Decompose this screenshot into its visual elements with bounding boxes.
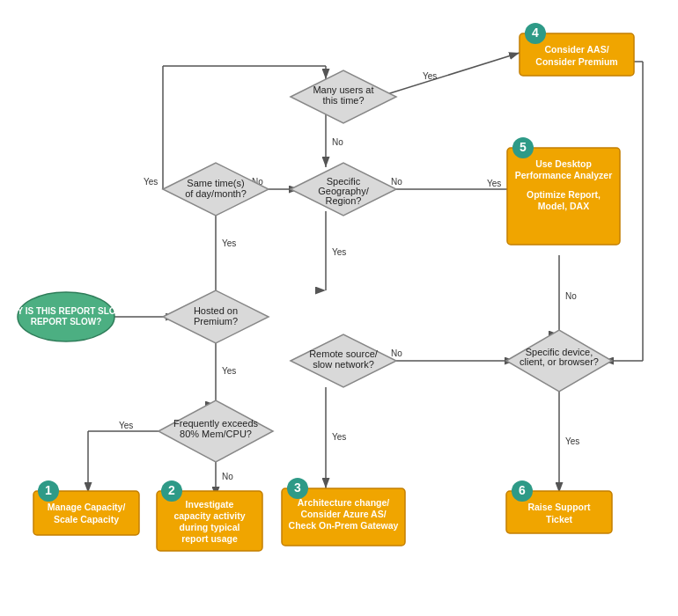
label-d4-no: No [332,137,343,147]
label-o5-no: No [565,291,577,301]
outcome-1-text: Manage Capacity/ [48,502,126,512]
outcome-6-text2: Ticket [546,514,573,524]
outcome-3-text2: Consider Azure AS/ [300,509,386,519]
outcome-2-text: Investigate [186,499,234,510]
outcome-3-text: Architecture change/ [298,497,390,508]
outcome-5-text2: Performance Analyzer [515,170,613,180]
badge-6-label: 6 [519,483,526,497]
outcome-4-text2: Consider Premium [535,56,617,67]
outcome-2-text2: capacity activity [173,510,245,521]
diamond-remote-text2: slow network? [313,359,374,370]
outcome-5-text4: Model, DAX [538,201,589,211]
badge-3-label: 3 [294,480,301,495]
diamond-hosted-premium-text2: Premium? [194,316,238,326]
label-d4-yes: Yes [423,71,437,81]
flowchart-svg: Yes Yes Yes No Yes No No No Yes Yes No Y… [0,0,678,616]
start-label2: REPORT SLOW? [31,317,102,326]
badge-5-label: 5 [520,140,527,154]
diamond-hosted-premium-text: Hosted on [194,305,238,316]
label-d3-yes: Yes [119,421,133,430]
diamond-mem-cpu-text: Frequently exceeds [173,418,258,429]
label-d5-yes: Yes [332,247,346,257]
label-d2-yes2: Yes [222,366,236,376]
diamond-many-users-text: Many users at [313,84,373,95]
label-d2-yes: Yes [222,238,236,248]
outcome-4-text: Consider AAS/ [544,44,608,55]
svg-line-10 [379,53,520,97]
diamond-same-time-text: Same time(s) [187,178,244,188]
outcome-5-text3: Optimize Report, [527,189,601,200]
outcome-1-text2: Scale Capacity [54,514,119,524]
outcome-2-text4: report usage [181,533,238,544]
start-label: WHY IS THIS REPORT SLOW? [3,306,129,316]
badge-2-label: 2 [168,483,175,497]
diamond-geo-text3: Region? [326,195,362,206]
outcome-6-text: Raise Support [527,502,591,512]
diamond-many-users-text2: this time? [322,95,364,106]
diamond-same-time-text2: of day/month? [185,188,247,199]
diamond-remote-text: Remote source/ [309,348,379,359]
label-d3-no: No [222,472,233,481]
diamond-device-text2: client, or browser? [520,356,599,367]
badge-4-label: 4 [532,26,539,40]
label-d5-no: No [391,177,402,187]
label-top-yes: Yes [487,179,501,188]
outcome-5-text: Use Desktop [535,158,592,169]
outcome-2-text3: during typical [180,522,240,532]
label-d6-yes: Yes [332,432,346,442]
badge-1-label: 1 [45,483,52,497]
outcome-3-text3: Check On-Prem Gateway [289,520,399,531]
label-d6-no: No [391,348,402,358]
label-d1-yes: Yes [144,177,158,187]
diamond-mem-cpu-text2: 80% Mem/CPU? [180,429,252,439]
label-d7-yes: Yes [565,436,579,446]
